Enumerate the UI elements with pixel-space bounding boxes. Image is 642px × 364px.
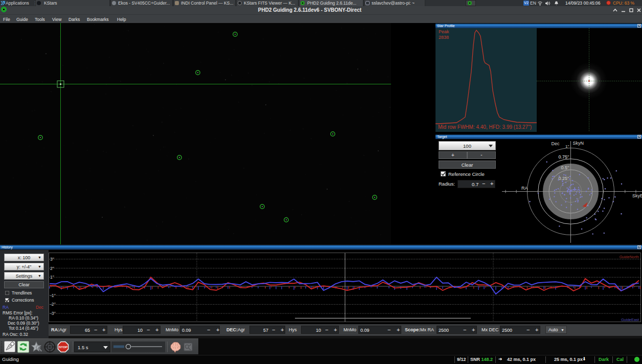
svg-text:3′′: 3′′ [50,257,54,262]
svg-text:GuideEast: GuideEast [621,317,639,322]
svg-text:SkyN: SkyN [573,141,584,146]
svg-text:RA: RA [521,186,528,191]
svg-text:STOP: STOP [59,345,67,349]
svg-text:GuideNorth: GuideNorth [620,255,639,259]
svg-text:1′′: 1′′ [565,144,569,149]
svg-text:SkyE: SkyE [632,193,642,198]
svg-text:2′′: 2′′ [50,266,54,271]
svg-text:Dec: Dec [551,141,560,146]
svg-text:-3′′: -3′′ [50,311,56,316]
svg-text:-1′′: -1′′ [50,293,56,298]
svg-text:0.5′′: 0.5′′ [561,165,569,170]
svg-text:0.25′′: 0.25′′ [559,176,569,181]
svg-text:1′′: 1′′ [50,275,54,280]
svg-text:Peak: Peak [439,29,449,34]
svg-text:-2′′: -2′′ [50,302,56,307]
svg-text:0.75′′: 0.75′′ [559,154,569,160]
svg-text:2838: 2838 [439,35,449,40]
svg-text:Mid row FWHM: 4.40, HFD: 3.99: Mid row FWHM: 4.40, HFD: 3.99 (13.27") [438,124,532,130]
